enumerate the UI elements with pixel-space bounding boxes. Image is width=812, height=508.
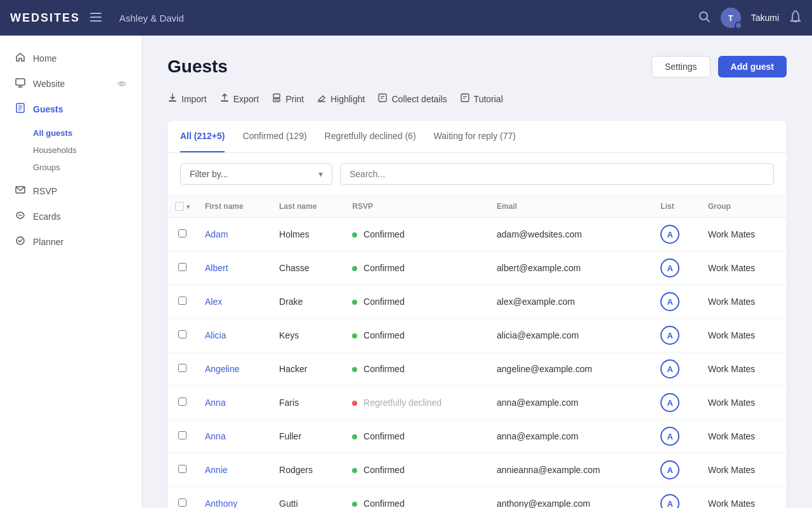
rsvp-status-dot xyxy=(352,468,357,473)
row-checkbox[interactable] xyxy=(178,498,187,507)
guests-icon xyxy=(15,103,25,116)
guest-first-name-link[interactable]: Alex xyxy=(205,297,222,307)
sidebar-item-guests[interactable]: Guests xyxy=(0,97,141,122)
cell-list: A xyxy=(653,319,700,352)
guests-submenu: All guests Households Groups xyxy=(0,122,141,178)
cell-last-name: Drake xyxy=(272,285,344,319)
sidebar-item-rsvp[interactable]: RSVP xyxy=(0,178,141,204)
row-checkbox[interactable] xyxy=(178,229,187,237)
tab-confirmed[interactable]: Confirmed (129) xyxy=(242,121,306,152)
guest-first-name-link[interactable]: Annie xyxy=(205,465,228,475)
row-checkbox[interactable] xyxy=(178,263,187,271)
cell-last-name: Keys xyxy=(272,319,344,352)
import-button[interactable]: Import xyxy=(167,90,207,108)
row-checkbox[interactable] xyxy=(178,431,187,439)
rsvp-status-text: Regretfully declined xyxy=(363,398,442,408)
sidebar-item-ecards[interactable]: Ecards xyxy=(0,204,141,229)
tutorial-button[interactable]: Tutorial xyxy=(460,90,503,108)
sidebar-item-households[interactable]: Households xyxy=(33,142,141,159)
sidebar-item-home-label: Home xyxy=(33,53,56,64)
sidebar-item-planner[interactable]: Planner xyxy=(0,229,141,255)
sidebar-item-website-label: Website xyxy=(33,79,65,89)
list-badge[interactable]: A xyxy=(660,292,679,311)
cell-first-name: Annie xyxy=(197,453,272,487)
th-last-name: Last name xyxy=(272,196,344,218)
export-button[interactable]: Export xyxy=(219,90,259,108)
row-checkbox[interactable] xyxy=(178,297,187,305)
tab-waiting[interactable]: Waiting for reply (77) xyxy=(434,121,516,152)
cell-group: Work Mates xyxy=(700,251,787,285)
row-checkbox[interactable] xyxy=(178,364,187,372)
th-checkbox: ▾ xyxy=(167,196,197,218)
notifications-button[interactable] xyxy=(789,10,802,27)
tab-all[interactable]: All (212+5) xyxy=(180,121,225,152)
sidebar-item-rsvp-label: RSVP xyxy=(33,186,57,196)
main-content: Guests Settings Add guest Import Export xyxy=(142,36,812,508)
cell-email: albert@example.com xyxy=(489,251,653,285)
settings-button[interactable]: Settings xyxy=(652,56,710,77)
row-checkbox-cell xyxy=(167,453,197,487)
cell-last-name: Fuller xyxy=(272,420,344,453)
chevron-down-icon[interactable]: ▾ xyxy=(187,203,190,210)
tab-declined[interactable]: Regretfully declined (6) xyxy=(325,121,416,152)
sidebar-item-home[interactable]: Home xyxy=(0,46,141,71)
row-checkbox[interactable] xyxy=(178,465,187,473)
guest-first-name-link[interactable]: Angeline xyxy=(205,364,240,374)
sidebar-toggle-button[interactable] xyxy=(88,10,104,26)
guest-first-name-link[interactable]: Alicia xyxy=(205,330,226,340)
cell-first-name: Anthony xyxy=(197,487,272,509)
add-guest-button[interactable]: Add guest xyxy=(718,56,787,77)
cell-last-name: Gutti xyxy=(272,487,344,509)
filter-dropdown[interactable]: Filter by... ▾ xyxy=(180,163,332,185)
list-badge[interactable]: A xyxy=(660,258,679,277)
sidebar-item-groups[interactable]: Groups xyxy=(33,159,141,176)
import-icon xyxy=(167,93,178,105)
row-checkbox[interactable] xyxy=(178,398,187,406)
sidebar-item-all-guests[interactable]: All guests xyxy=(33,124,141,142)
nav-right: T Takumi xyxy=(698,8,802,28)
highlight-button[interactable]: Highlight xyxy=(317,90,365,108)
sidebar-item-website[interactable]: Website xyxy=(0,71,141,97)
table-row: Anthony Gutti Confirmed anthony@example.… xyxy=(167,487,787,509)
print-button[interactable]: Print xyxy=(272,90,304,108)
list-badge[interactable]: A xyxy=(660,225,679,244)
cell-list: A xyxy=(653,285,700,319)
cell-last-name: Faris xyxy=(272,386,344,420)
header-actions: Settings Add guest xyxy=(652,56,787,77)
export-icon xyxy=(219,93,230,105)
tutorial-icon xyxy=(460,93,470,105)
row-checkbox[interactable] xyxy=(178,330,187,338)
guest-first-name-link[interactable]: Anthony xyxy=(205,498,237,508)
list-badge[interactable]: A xyxy=(660,326,679,345)
cell-list: A xyxy=(653,386,700,420)
cell-rsvp: Confirmed xyxy=(344,487,489,509)
table-row: Anna Fuller Confirmed anna@example.com A… xyxy=(167,420,787,453)
collect-details-button[interactable]: Collect details xyxy=(377,90,447,108)
guest-first-name-link[interactable]: Adam xyxy=(205,229,228,239)
guest-first-name-link[interactable]: Anna xyxy=(205,398,226,408)
rsvp-icon xyxy=(15,185,25,197)
cell-group: Work Mates xyxy=(700,487,787,509)
select-all-checkbox[interactable] xyxy=(175,202,184,211)
guest-first-name-link[interactable]: Anna xyxy=(205,431,226,441)
list-badge[interactable]: A xyxy=(660,359,679,378)
table-row: Alicia Keys Confirmed alicia@example.com… xyxy=(167,319,787,352)
guest-first-name-link[interactable]: Albert xyxy=(205,263,228,273)
list-badge[interactable]: A xyxy=(660,427,679,446)
search-input[interactable] xyxy=(340,163,774,185)
rsvp-status-text: Confirmed xyxy=(363,297,405,307)
planner-icon xyxy=(15,236,25,248)
cell-email: anna@example.com xyxy=(489,420,653,453)
highlight-icon xyxy=(317,93,327,105)
list-badge[interactable]: A xyxy=(660,494,679,508)
rsvp-status-dot xyxy=(352,502,357,507)
row-checkbox-cell xyxy=(167,285,197,319)
page-title: Guests xyxy=(167,57,228,77)
svg-rect-19 xyxy=(273,94,280,98)
cell-email: angeline@example.com xyxy=(489,352,653,386)
list-badge[interactable]: A xyxy=(660,393,679,412)
table-row: Anna Faris Regretfully declined anna@exa… xyxy=(167,386,787,420)
search-button[interactable] xyxy=(698,10,710,26)
list-badge[interactable]: A xyxy=(660,460,679,479)
avatar[interactable]: T xyxy=(721,8,741,28)
